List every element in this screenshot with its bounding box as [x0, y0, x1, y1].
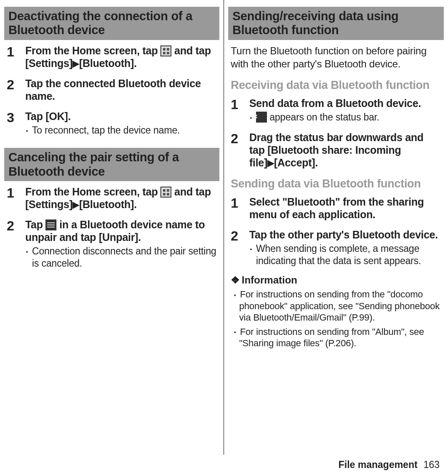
step-text: Send data from a Bluetooth device. [249, 97, 441, 110]
step-number: 1 [7, 44, 25, 70]
settings-sliders-icon [45, 219, 56, 230]
text-fragment: Tap [25, 219, 45, 230]
step-number: 2 [231, 131, 249, 169]
bullet-icon [234, 294, 236, 296]
page-body: Deactivating the connection of a Bluetoo… [0, 0, 448, 455]
step-note: When sending is complete, a message indi… [249, 243, 441, 267]
step-text: From the Home screen, tap and tap [Setti… [25, 44, 217, 70]
step-text: Drag the status bar downwards and tap [B… [249, 131, 441, 169]
step-row: 1 Send data from a Bluetooth device. app… [231, 97, 441, 123]
step-number: 2 [7, 218, 25, 270]
intro-paragraph: Turn the Bluetooth function on before pa… [231, 44, 441, 70]
bullet-icon [234, 332, 236, 333]
step-text: Select "Bluetooth" from the sharing menu… [249, 195, 441, 221]
subheading-sending: Sending data via Bluetooth function [231, 177, 441, 190]
bullet-icon [250, 249, 252, 250]
step-number: 1 [231, 195, 249, 221]
arrow-icon: ▶ [72, 59, 79, 69]
right-column: Sending/receiving data using Bluetooth f… [224, 0, 448, 455]
heading-send-receive: Sending/receiving data using Bluetooth f… [228, 7, 444, 40]
text-fragment: [Bluetooth]. [79, 198, 137, 210]
step-text: Tap [OK]. [25, 110, 217, 123]
step-row: 1 From the Home screen, tap and tap [Set… [7, 185, 217, 211]
step-row: 2 Tap in a Bluetooth device name to unpa… [7, 218, 217, 270]
footer-section-label: File management [339, 459, 418, 471]
note-text: Connection disconnects and the pair sett… [32, 246, 216, 269]
bullet-icon [26, 251, 28, 253]
step-text: Tap in a Bluetooth device name to unpair… [25, 218, 217, 243]
apps-grid-icon [160, 45, 171, 56]
step-number: 1 [7, 185, 25, 211]
heading-deactivate: Deactivating the connection of a Bluetoo… [4, 7, 219, 40]
information-heading: Information [231, 274, 441, 286]
step-note: To reconnect, tap the device name. [25, 124, 217, 136]
information-item: For instructions on sending from "Album"… [231, 326, 441, 349]
step-text: Tap the other party's Bluetooth device. [249, 228, 441, 241]
note-text: To reconnect, tap the device name. [32, 125, 180, 136]
step-row: 2 Tap the connected Bluetooth device nam… [7, 77, 217, 102]
step-row: 2 Drag the status bar downwards and tap … [231, 131, 441, 169]
step-note: appears on the status bar. [249, 111, 441, 123]
step-row: 2 Tap the other party's Bluetooth device… [231, 228, 441, 267]
apps-grid-icon [160, 187, 171, 198]
step-row: 1 From the Home screen, tap and tap [Set… [7, 44, 217, 70]
arrow-icon: ▶ [72, 200, 79, 210]
step-row: 3 Tap [OK]. To reconnect, tap the device… [7, 110, 217, 136]
heading-cancel-pair: Canceling the pair setting of a Bluetoot… [4, 148, 219, 181]
step-number: 2 [7, 77, 25, 102]
page-number: 163 [424, 459, 440, 471]
step-number: 1 [231, 97, 249, 123]
text-fragment: From the Home screen, tap [25, 45, 160, 56]
step-row: 1 Select "Bluetooth" from the sharing me… [231, 195, 441, 221]
text-fragment: [Bluetooth]. [79, 57, 137, 69]
step-number: 3 [7, 110, 25, 136]
left-column: Deactivating the connection of a Bluetoo… [0, 0, 224, 455]
info-text: For instructions on sending from the "do… [239, 289, 440, 323]
text-fragment: [Accept]. [274, 157, 318, 168]
step-number: 2 [231, 228, 249, 267]
note-text: When sending is complete, a message indi… [256, 243, 421, 266]
info-text: For instructions on sending from "Album"… [239, 326, 424, 349]
information-item: For instructions on sending from the "do… [231, 289, 441, 324]
bluetooth-status-icon [256, 112, 267, 123]
bullet-icon [26, 130, 28, 132]
step-text: Tap the connected Bluetooth device name. [25, 77, 217, 102]
subheading-receiving: Receiving data via Bluetooth function [231, 79, 441, 92]
note-text: appears on the status bar. [267, 112, 379, 123]
step-note: Connection disconnects and the pair sett… [25, 245, 217, 270]
step-text: From the Home screen, tap and tap [Setti… [25, 185, 217, 211]
arrow-icon: ▶ [267, 158, 274, 168]
page-footer: File management 163 [0, 455, 448, 474]
text-fragment: From the Home screen, tap [25, 186, 160, 198]
